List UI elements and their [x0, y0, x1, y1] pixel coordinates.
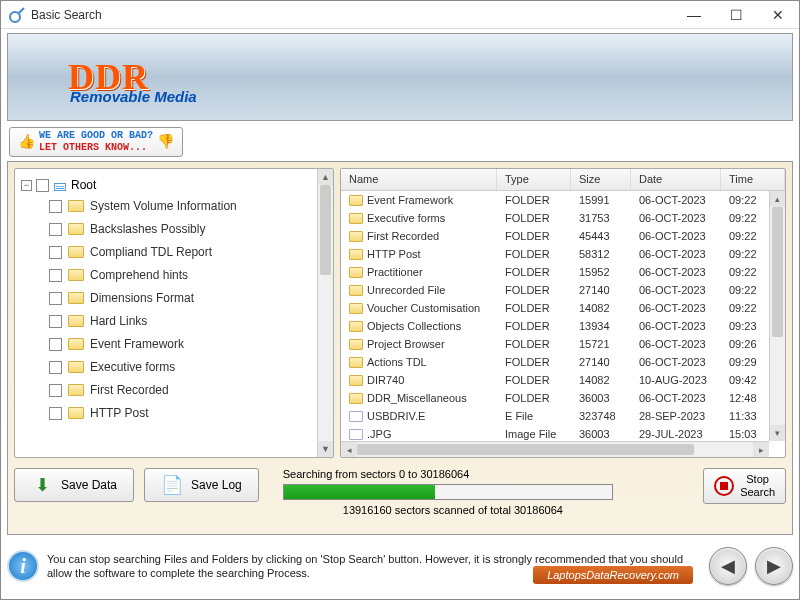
cell-name: Practitioner: [367, 266, 423, 278]
cell-time: 09:22: [721, 248, 761, 260]
scroll-up-icon[interactable]: ▲: [318, 169, 333, 185]
tree-item[interactable]: Comprehend hints: [19, 264, 329, 287]
svg-line-1: [19, 8, 24, 13]
cell-name: Actions TDL: [367, 356, 427, 368]
scroll-down-icon[interactable]: ▼: [318, 441, 333, 457]
list-row[interactable]: DIR740FOLDER1408210-AUG-202309:42: [341, 371, 785, 389]
folder-icon: [349, 231, 363, 242]
checkbox[interactable]: [49, 200, 62, 213]
folder-icon: [349, 339, 363, 350]
scroll-right-icon[interactable]: ▸: [753, 442, 769, 457]
thumb-down-icon: 👎: [157, 134, 174, 151]
checkbox[interactable]: [49, 407, 62, 420]
folder-tree[interactable]: − 🖴 Root System Volume InformationBacksl…: [15, 169, 333, 457]
list-row[interactable]: Project BrowserFOLDER1572106-OCT-202309:…: [341, 335, 785, 353]
thumb-up-icon: 👍: [18, 134, 35, 151]
nav-prev-button[interactable]: ◀: [709, 547, 747, 585]
tree-root[interactable]: − 🖴 Root: [19, 175, 329, 195]
cell-size: 15952: [571, 266, 631, 278]
checkbox[interactable]: [36, 179, 49, 192]
cell-time: 09:22: [721, 302, 761, 314]
tree-item[interactable]: System Volume Information: [19, 195, 329, 218]
folder-icon: [68, 292, 84, 304]
tree-item[interactable]: Hard Links: [19, 310, 329, 333]
cell-date: 06-OCT-2023: [631, 338, 721, 350]
stop-search-button[interactable]: StopSearch: [703, 468, 786, 504]
scroll-thumb[interactable]: [320, 185, 331, 275]
tree-item[interactable]: HTTP Post: [19, 402, 329, 425]
cell-size: 15991: [571, 194, 631, 206]
file-icon: [349, 429, 363, 440]
save-log-button[interactable]: 📄 Save Log: [144, 468, 259, 502]
scroll-up-icon[interactable]: ▴: [770, 191, 785, 207]
cell-type: Image File: [497, 428, 571, 440]
save-data-button[interactable]: ⬇ Save Data: [14, 468, 134, 502]
tree-item[interactable]: Compliand TDL Report: [19, 241, 329, 264]
col-size[interactable]: Size: [571, 169, 631, 190]
list-row[interactable]: DDR_MiscellaneousFOLDER3600306-OCT-20231…: [341, 389, 785, 407]
col-name[interactable]: Name: [341, 169, 497, 190]
list-row[interactable]: USBDRIV.EE File32374828-SEP-202311:33: [341, 407, 785, 425]
tree-item[interactable]: Executive forms: [19, 356, 329, 379]
checkbox[interactable]: [49, 338, 62, 351]
header-banner: DDR Removable Media: [7, 33, 793, 121]
checkbox[interactable]: [49, 246, 62, 259]
col-time[interactable]: Time: [721, 169, 785, 190]
scroll-thumb[interactable]: [357, 444, 694, 455]
tree-item[interactable]: First Recorded: [19, 379, 329, 402]
cell-time: 09:22: [721, 212, 761, 224]
file-list[interactable]: Event FrameworkFOLDER1599106-OCT-202309:…: [341, 191, 785, 457]
stop-label: StopSearch: [740, 473, 775, 499]
minimize-button[interactable]: —: [673, 1, 715, 29]
checkbox[interactable]: [49, 361, 62, 374]
cell-name: HTTP Post: [367, 248, 421, 260]
maximize-button[interactable]: ☐: [715, 1, 757, 29]
nav-next-button[interactable]: ▶: [755, 547, 793, 585]
cell-size: 45443: [571, 230, 631, 242]
list-row[interactable]: Executive formsFOLDER3175306-OCT-202309:…: [341, 209, 785, 227]
list-row[interactable]: Unrecorded FileFOLDER2714006-OCT-202309:…: [341, 281, 785, 299]
cell-time: 09:22: [721, 266, 761, 278]
folder-icon: [68, 223, 84, 235]
checkbox[interactable]: [49, 269, 62, 282]
tree-item[interactable]: Event Framework: [19, 333, 329, 356]
list-row[interactable]: Event FrameworkFOLDER1599106-OCT-202309:…: [341, 191, 785, 209]
progress-bar: [283, 484, 613, 500]
list-row[interactable]: First RecordedFOLDER4544306-OCT-202309:2…: [341, 227, 785, 245]
folder-icon: [349, 393, 363, 404]
tree-item-label: Dimensions Format: [90, 291, 194, 305]
collapse-icon[interactable]: −: [21, 180, 32, 191]
feedback-button[interactable]: 👍 WE ARE GOOD OR BAD? LET OTHERS KNOW...…: [9, 127, 183, 157]
list-row[interactable]: Voucher CustomisationFOLDER1408206-OCT-2…: [341, 299, 785, 317]
stop-icon: [714, 476, 734, 496]
scroll-thumb[interactable]: [772, 207, 783, 337]
cell-time: 09:22: [721, 194, 761, 206]
cell-date: 06-OCT-2023: [631, 302, 721, 314]
tree-item[interactable]: Backslashes Possibly: [19, 218, 329, 241]
checkbox[interactable]: [49, 315, 62, 328]
scroll-down-icon[interactable]: ▾: [770, 425, 785, 441]
tree-item[interactable]: Dimensions Format: [19, 287, 329, 310]
cell-size: 14082: [571, 302, 631, 314]
list-row[interactable]: PractitionerFOLDER1595206-OCT-202309:22: [341, 263, 785, 281]
list-row[interactable]: Objects CollectionsFOLDER1393406-OCT-202…: [341, 317, 785, 335]
close-button[interactable]: ✕: [757, 1, 799, 29]
list-vscrollbar[interactable]: ▴ ▾: [769, 191, 785, 441]
cell-date: 06-OCT-2023: [631, 284, 721, 296]
list-row[interactable]: Actions TDLFOLDER2714006-OCT-202309:29: [341, 353, 785, 371]
tree-item-label: Executive forms: [90, 360, 175, 374]
scroll-left-icon[interactable]: ◂: [341, 442, 357, 457]
cell-date: 06-OCT-2023: [631, 392, 721, 404]
checkbox[interactable]: [49, 384, 62, 397]
col-date[interactable]: Date: [631, 169, 721, 190]
tree-scrollbar[interactable]: ▲ ▼: [317, 169, 333, 457]
list-header: Name Type Size Date Time: [341, 169, 785, 191]
list-row[interactable]: HTTP PostFOLDER5831206-OCT-202309:22: [341, 245, 785, 263]
folder-icon: [349, 267, 363, 278]
checkbox[interactable]: [49, 292, 62, 305]
col-type[interactable]: Type: [497, 169, 571, 190]
checkbox[interactable]: [49, 223, 62, 236]
brand-badge: LaptopsDataRecovery.com: [533, 566, 693, 584]
list-hscrollbar[interactable]: ◂ ▸: [341, 441, 769, 457]
folder-icon: [68, 269, 84, 281]
